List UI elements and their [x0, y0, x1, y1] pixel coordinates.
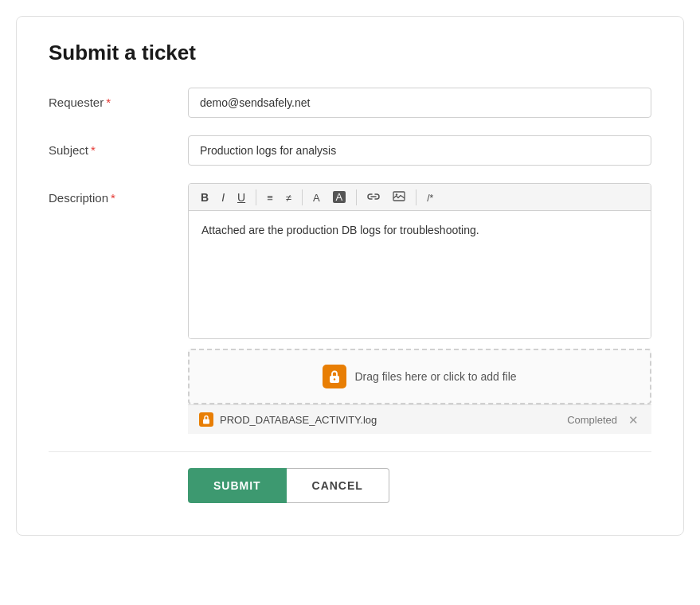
image-icon — [393, 191, 405, 201]
ticket-form: Submit a ticket Requester* Subject* Desc… — [16, 16, 684, 536]
file-upload-prompt: Drag files here or click to add file — [354, 370, 516, 383]
svg-rect-4 — [203, 420, 209, 424]
uploaded-file-status-area: Completed ✕ — [567, 414, 640, 426]
requester-input[interactable] — [188, 88, 651, 118]
requester-field — [188, 88, 651, 118]
requester-required: * — [106, 96, 111, 109]
toolbar-divider-1 — [256, 189, 256, 205]
description-editor-content[interactable]: Attached are the production DB logs for … — [189, 211, 651, 338]
cancel-button[interactable]: CANCEL — [287, 468, 389, 503]
rich-text-editor: B I U ≡ ≠ A A — [188, 183, 651, 339]
toolbar-divider-3 — [356, 189, 357, 205]
underline-button[interactable]: U — [232, 189, 251, 206]
italic-button[interactable]: I — [216, 189, 230, 206]
font-color-button[interactable]: A — [307, 189, 326, 206]
upload-lock-icon — [323, 365, 346, 388]
subject-row: Subject* — [49, 135, 651, 166]
submit-button[interactable]: SUBMIT — [188, 468, 287, 503]
form-divider — [49, 451, 651, 452]
clear-format-icon: /* — [427, 193, 433, 203]
requester-row: Requester* — [49, 88, 651, 118]
file-lock-icon — [199, 412, 213, 427]
description-required: * — [111, 191, 115, 205]
unordered-list-button[interactable]: ≠ — [280, 189, 297, 206]
uploaded-file-row: PROD_DATABASE_ACTIVITY.log Completed ✕ — [188, 404, 651, 434]
highlight-icon: A — [333, 191, 346, 203]
uploaded-file-info: PROD_DATABASE_ACTIVITY.log — [199, 412, 377, 427]
link-button[interactable] — [362, 189, 385, 206]
svg-point-1 — [396, 193, 397, 195]
font-color-icon: A — [313, 193, 320, 203]
uploaded-file-status: Completed — [567, 414, 617, 426]
description-field: B I U ≡ ≠ A A — [188, 183, 651, 434]
file-upload-area[interactable]: Drag files here or click to add file — [188, 349, 651, 404]
subject-label: Subject* — [49, 135, 188, 157]
bold-button[interactable]: B — [195, 189, 214, 206]
toolbar-divider-2 — [302, 189, 303, 205]
subject-input[interactable] — [188, 135, 651, 166]
requester-label: Requester* — [49, 88, 188, 109]
highlight-button[interactable]: A — [327, 188, 352, 206]
image-button[interactable] — [387, 188, 411, 206]
file-upload-content: Drag files here or click to add file — [204, 365, 635, 388]
unordered-list-icon: ≠ — [286, 193, 291, 203]
ordered-list-button[interactable]: ≡ — [261, 189, 279, 206]
form-actions: SUBMIT CANCEL — [188, 468, 651, 503]
description-label: Description* — [49, 183, 188, 205]
subject-required: * — [91, 143, 96, 157]
toolbar-divider-4 — [416, 189, 416, 205]
uploaded-file-name: PROD_DATABASE_ACTIVITY.log — [220, 414, 377, 426]
editor-toolbar: B I U ≡ ≠ A A — [189, 184, 651, 211]
link-icon — [367, 192, 380, 201]
svg-point-3 — [334, 378, 335, 380]
clear-format-button[interactable]: /* — [421, 189, 439, 206]
subject-field — [188, 135, 651, 166]
page-title: Submit a ticket — [49, 41, 651, 65]
ordered-list-icon: ≡ — [267, 193, 273, 203]
description-row: Description* B I U ≡ ≠ — [49, 183, 651, 434]
remove-file-button[interactable]: ✕ — [627, 414, 640, 426]
